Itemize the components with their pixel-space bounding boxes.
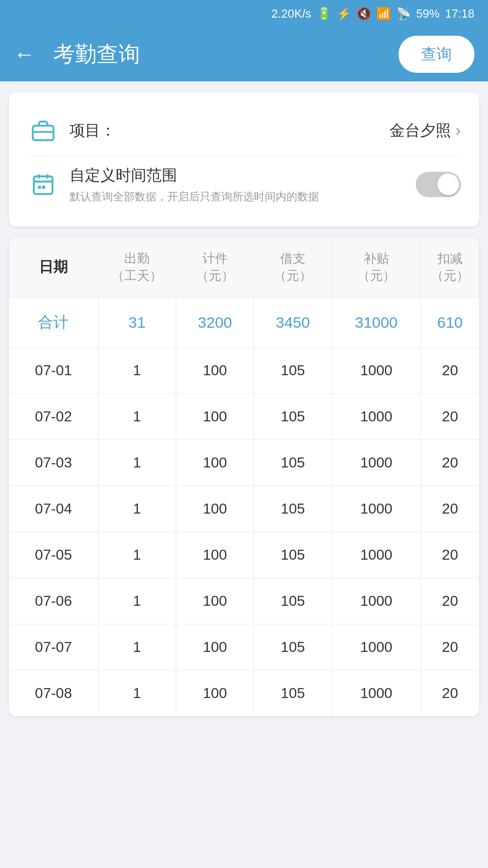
- total-deduct: 610: [421, 297, 479, 348]
- wifi-icon: 📶: [376, 7, 391, 21]
- row-6-date: 07-06: [9, 578, 98, 624]
- row-3-piecework: 100: [176, 440, 253, 486]
- row-1-advance: 105: [254, 348, 332, 394]
- custom-time-toggle[interactable]: [416, 172, 461, 197]
- table-row: 07-011100105100020: [9, 348, 479, 394]
- total-piecework: 3200: [176, 297, 253, 348]
- row-5-subsidy: 1000: [332, 532, 421, 578]
- total-label: 合计: [9, 297, 98, 348]
- row-7-advance: 105: [254, 624, 332, 670]
- total-advance: 3450: [254, 297, 332, 348]
- row-8-workdays: 1: [98, 670, 176, 717]
- row-2-advance: 105: [254, 394, 332, 440]
- row-1-workdays: 1: [98, 348, 176, 394]
- col-header-deduct: 扣减（元）: [421, 237, 479, 297]
- table-row: 07-041100105100020: [9, 486, 479, 532]
- row-3-date: 07-03: [9, 440, 98, 486]
- row-6-piecework: 100: [176, 578, 253, 624]
- row-4-date: 07-04: [9, 486, 98, 532]
- row-4-piecework: 100: [176, 486, 253, 532]
- row-8-subsidy: 1000: [332, 670, 421, 717]
- col-header-advance: 借支（元）: [254, 237, 332, 297]
- row-5-piecework: 100: [176, 532, 253, 578]
- bluetooth-icon: ⚡: [337, 7, 351, 21]
- toolbar: ← 考勤查询 查询: [0, 27, 488, 81]
- row-7-deduct: 20: [421, 624, 479, 670]
- row-4-workdays: 1: [98, 486, 176, 532]
- svg-rect-2: [33, 176, 52, 194]
- status-time: 17:18: [445, 7, 474, 21]
- row-4-advance: 105: [254, 486, 332, 532]
- row-1-date: 07-01: [9, 348, 98, 394]
- col-header-subsidy: 补贴（元）: [332, 237, 421, 297]
- total-workdays: 31: [98, 297, 176, 348]
- row-5-date: 07-05: [9, 532, 98, 578]
- row-7-piecework: 100: [176, 624, 253, 670]
- row-7-subsidy: 1000: [332, 624, 421, 670]
- row-6-deduct: 20: [421, 578, 479, 624]
- briefcase-icon: [27, 115, 59, 146]
- row-6-advance: 105: [254, 578, 332, 624]
- mute-icon: 🔇: [357, 7, 371, 21]
- custom-time-filter-row: 自定义时间范围 默认查询全部数据，开启后只查询所选时间内的数据: [27, 156, 461, 213]
- status-battery: 59%: [416, 7, 440, 21]
- attendance-table: 日期 出勤（工天） 计件（元） 借支（元） 补贴（元） 扣减（元） 合计 31 …: [9, 237, 479, 716]
- col-header-workdays: 出勤（工天）: [98, 237, 176, 297]
- table-row: 07-021100105100020: [9, 394, 479, 440]
- row-1-piecework: 100: [176, 348, 253, 394]
- row-6-subsidy: 1000: [332, 578, 421, 624]
- query-button[interactable]: 查询: [399, 36, 474, 73]
- table-row: 07-061100105100020: [9, 578, 479, 624]
- row-2-piecework: 100: [176, 394, 253, 440]
- row-2-workdays: 1: [98, 394, 176, 440]
- svg-rect-7: [42, 185, 45, 189]
- row-5-advance: 105: [254, 532, 332, 578]
- custom-time-desc: 默认查询全部数据，开启后只查询所选时间内的数据: [70, 189, 416, 204]
- row-3-deduct: 20: [421, 440, 479, 486]
- row-2-subsidy: 1000: [332, 394, 421, 440]
- svg-rect-6: [38, 185, 41, 189]
- status-speed: 2.20K/s: [272, 7, 311, 21]
- row-4-deduct: 20: [421, 486, 479, 532]
- row-5-workdays: 1: [98, 532, 176, 578]
- project-value: 金台夕照: [389, 120, 451, 141]
- total-subsidy: 31000: [332, 297, 421, 348]
- row-8-piecework: 100: [176, 670, 253, 717]
- table-header-row: 日期 出勤（工天） 计件（元） 借支（元） 补贴（元） 扣减（元）: [9, 237, 479, 297]
- custom-time-area: 自定义时间范围 默认查询全部数据，开启后只查询所选时间内的数据: [70, 165, 416, 204]
- project-label: 项目：: [70, 120, 389, 141]
- status-bar: 2.20K/s 🔋 ⚡ 🔇 📶 📡 59% 17:18: [0, 0, 488, 27]
- row-3-subsidy: 1000: [332, 440, 421, 486]
- row-4-subsidy: 1000: [332, 486, 421, 532]
- project-filter-row[interactable]: 项目： 金台夕照 ›: [27, 106, 461, 156]
- row-7-workdays: 1: [98, 624, 176, 670]
- signal-icon: 📡: [396, 7, 411, 21]
- col-header-date: 日期: [9, 237, 98, 297]
- calendar-icon: [27, 169, 59, 200]
- row-8-deduct: 20: [421, 670, 479, 717]
- row-8-advance: 105: [254, 670, 332, 717]
- row-8-date: 07-08: [9, 670, 98, 717]
- row-3-workdays: 1: [98, 440, 176, 486]
- filter-card: 项目： 金台夕照 › 自定义时间范围 默认查询全部数据，开启后只查询所选时间内的…: [9, 92, 479, 226]
- col-header-piecework: 计件（元）: [176, 237, 253, 297]
- row-5-deduct: 20: [421, 532, 479, 578]
- row-1-subsidy: 1000: [332, 348, 421, 394]
- custom-time-label: 自定义时间范围: [70, 165, 416, 186]
- page-title: 考勤查询: [44, 40, 399, 69]
- back-button[interactable]: ←: [14, 43, 35, 65]
- table-row: 07-051100105100020: [9, 532, 479, 578]
- table-row: 07-031100105100020: [9, 440, 479, 486]
- row-2-date: 07-02: [9, 394, 98, 440]
- table-row: 07-081100105100020: [9, 670, 479, 717]
- row-2-deduct: 20: [421, 394, 479, 440]
- chevron-right-icon: ›: [455, 121, 461, 140]
- row-3-advance: 105: [254, 440, 332, 486]
- svg-rect-0: [33, 126, 53, 140]
- row-6-workdays: 1: [98, 578, 176, 624]
- table-row: 07-071100105100020: [9, 624, 479, 670]
- row-1-deduct: 20: [421, 348, 479, 394]
- attendance-table-container: 日期 出勤（工天） 计件（元） 借支（元） 补贴（元） 扣减（元） 合计 31 …: [9, 237, 479, 716]
- total-row: 合计 31 3200 3450 31000 610: [9, 297, 479, 348]
- row-7-date: 07-07: [9, 624, 98, 670]
